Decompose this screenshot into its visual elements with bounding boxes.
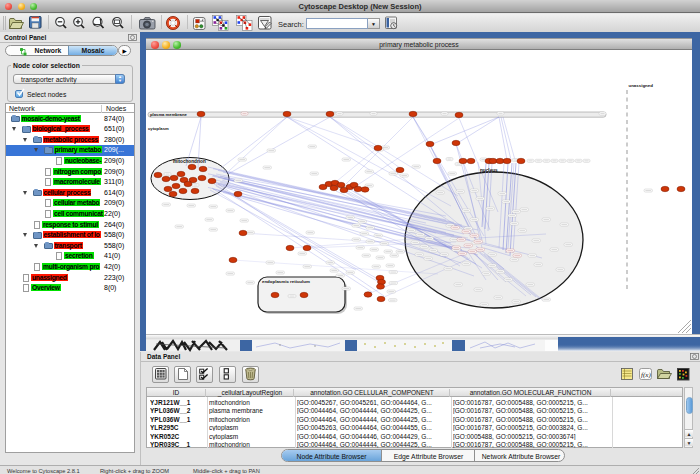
svg-text:unassigned: unassigned [629, 83, 654, 88]
svg-text:plasma membrane: plasma membrane [150, 112, 187, 117]
svg-text:nucleus: nucleus [480, 168, 498, 173]
svg-text:endoplasmic reticulum: endoplasmic reticulum [262, 279, 310, 284]
svg-text:cytoplasm: cytoplasm [148, 126, 169, 131]
svg-text:mitochondrion: mitochondrion [173, 159, 206, 164]
svg-text:f(x): f(x) [641, 371, 651, 379]
